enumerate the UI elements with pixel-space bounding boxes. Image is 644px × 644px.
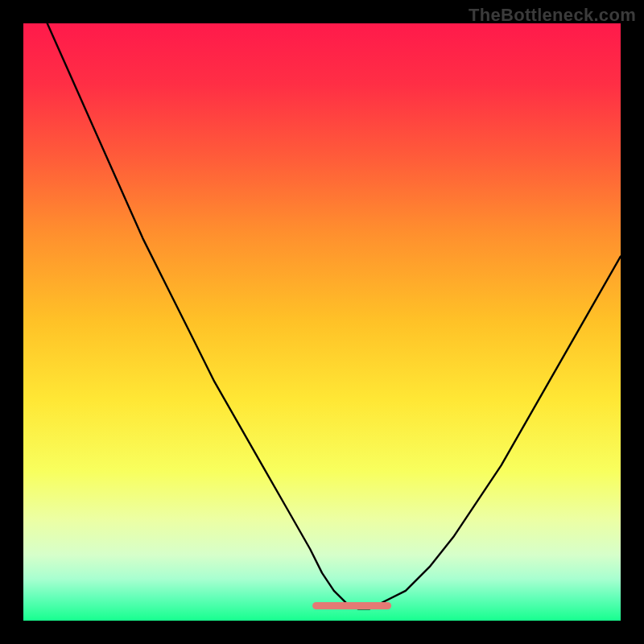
watermark-text: TheBottleneck.com xyxy=(469,5,636,26)
plot-area xyxy=(23,23,621,621)
chart-frame: TheBottleneck.com xyxy=(0,0,644,644)
curve-layer xyxy=(23,23,621,621)
bottleneck-curve xyxy=(47,23,621,609)
